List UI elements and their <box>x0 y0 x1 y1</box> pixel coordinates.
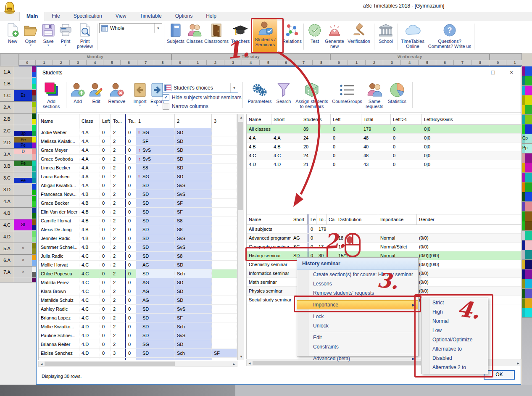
maximize-button[interactable]: □ <box>484 67 502 79</box>
submenu-item[interactable]: Strict <box>421 298 488 307</box>
menu-tab[interactable]: Specification <box>67 12 109 21</box>
student-row[interactable]: Julia Radic 4.C 0 2 0 SD S8 <box>39 252 237 261</box>
class-row[interactable]: 4.A <box>0 196 38 208</box>
verification-button[interactable]: Verification <box>346 22 371 52</box>
assign-students-button[interactable]: Assign studentsto seminars <box>294 81 330 109</box>
col-header-distribution[interactable]: Distribution <box>336 214 378 224</box>
col-header-to[interactable]: To... <box>111 114 125 128</box>
col-header-gender[interactable]: Gender <box>417 214 521 224</box>
col-header-students[interactable]: Students <box>301 114 331 124</box>
scroll-right-icon[interactable]: ► <box>516 362 520 365</box>
context-menu-item[interactable]: Create section(s) for course: History se… <box>297 270 418 279</box>
relations-button[interactable]: Relations <box>282 22 302 52</box>
same-requests-button[interactable]: Samerequests <box>364 81 385 109</box>
col-header-leftboysgirls[interactable]: LeftBoys/Girls <box>422 114 521 124</box>
view-select[interactable]: Whole ▼ <box>99 23 162 33</box>
class-row[interactable]: 4.D <box>0 231 38 243</box>
student-row[interactable]: Grace Svoboda 4.A 0 2 0 ↑SvS SD <box>39 155 237 164</box>
col-header-short[interactable]: Short <box>271 114 301 124</box>
generate-new-button[interactable]: Generate new <box>324 22 345 52</box>
scroll-down-icon[interactable]: ▼ <box>240 355 243 359</box>
student-row[interactable]: Matilda Perez 4.C 0 2 0 AG SD <box>39 278 237 287</box>
class-row[interactable]: 5.A × <box>0 243 38 255</box>
narrow-columns-checkbox[interactable]: Narrow columns <box>163 103 208 110</box>
student-row[interactable]: Summer Schnei... 4.B 0 2 0 SD SvS <box>39 243 237 252</box>
col-header-ca[interactable]: Ca... <box>327 214 336 224</box>
coursegroups-button[interactable]: CourseGroups <box>331 81 363 104</box>
student-row[interactable]: Camille Horvat 4.B 0 2 0 SD S8 <box>39 216 237 225</box>
class-row[interactable]: 3.C Pe <box>0 172 38 184</box>
col-header-left[interactable]: Left <box>331 114 361 124</box>
student-row[interactable]: Ashley Radic 4.C 0 2 0 SD SvS <box>39 305 237 314</box>
add-button[interactable]: Add <box>69 81 86 104</box>
submenu-item[interactable]: Normal <box>421 317 488 326</box>
student-row[interactable]: Melissa Kwiatk... 4.A 0 2 0 SF SD <box>39 137 237 146</box>
student-row[interactable]: Jodie Weber 4.A 0 2 0 !SG SD <box>39 128 237 137</box>
col-header-2[interactable]: 2 <box>175 114 212 128</box>
student-row[interactable]: Klara Brown 4.C 0 2 0 AG SD <box>39 287 237 296</box>
menu-tab[interactable]: Timetable <box>133 12 169 21</box>
minimize-button[interactable]: – <box>465 67 484 79</box>
context-menu-item[interactable]: Lock <box>297 312 418 321</box>
students-table-hscrollbar[interactable]: ◄ ► <box>38 361 237 367</box>
col-header-left[interactable]: Left <box>308 214 316 224</box>
col-header-name[interactable]: Name <box>39 114 79 128</box>
student-row[interactable]: Pauline Schnei... 4.D 0 2 0 SD SvS <box>39 331 237 340</box>
context-menu-item[interactable]: Advanced (beta) ▶ <box>297 354 418 363</box>
hide-subjects-checkbox[interactable]: ✓ Hide subjects without seminars <box>163 94 241 101</box>
open-button[interactable]: Open▾ <box>22 22 40 52</box>
class-row[interactable]: 2.B <box>0 114 38 125</box>
student-row[interactable]: Grace Meyer 4.A 0 2 0 ↑SvS SD <box>39 146 237 155</box>
col-header-left[interactable]: Left <box>100 114 111 128</box>
context-menu-item[interactable]: Constraints <box>297 342 418 351</box>
student-row[interactable]: Brianna Lopez 4.C 0 2 0 SD SF <box>39 314 237 322</box>
class-summary-row[interactable]: 4.D 4.D 21 0 43 0 0|0 <box>247 160 521 169</box>
menu-tab[interactable]: Help <box>199 12 223 21</box>
student-row[interactable]: Laura Karlsen 4.A 0 2 0 !SG SD <box>39 172 237 181</box>
student-row[interactable]: Alexis De Jong 4.B 0 2 0 SD S8 <box>39 225 237 234</box>
col-header-importance[interactable]: Importance <box>378 214 417 224</box>
save-button[interactable]: Save▾ <box>40 22 56 52</box>
submenu-item[interactable]: Alternative to <box>421 344 488 354</box>
student-row[interactable]: Jennifer Radic 4.B 0 2 0 SD SvS <box>39 234 237 243</box>
menu-tab[interactable]: File <box>45 12 66 21</box>
context-menu-item[interactable]: Importance ▶ <box>297 300 418 309</box>
edit-button[interactable]: Edit <box>88 81 105 104</box>
student-row[interactable]: Mollie Horvat 4.C 0 2 0 AG SD <box>39 261 237 269</box>
class-row[interactable]: 2.D Pe Pe <box>0 137 38 149</box>
class-summary-row[interactable]: 4.A 4.A 24 0 48 0 0|0 <box>247 134 521 143</box>
menu-tab[interactable]: Main <box>19 12 45 21</box>
ok-button[interactable]: OK <box>484 370 515 380</box>
statistics-button[interactable]: Statistics <box>385 81 409 104</box>
student-row[interactable]: Elin Van der Meer 4.B 0 2 0 SD SF <box>39 208 237 216</box>
view-mode-select[interactable]: Student's choices ▼ <box>163 83 238 93</box>
class-row[interactable]: 1.C Es <box>0 90 38 102</box>
classes-button[interactable]: Classes <box>185 22 204 52</box>
class-row[interactable]: 2.C Bp <box>0 125 38 137</box>
class-row[interactable]: 3.B Pe <box>0 161 38 172</box>
class-row[interactable]: 1.B <box>0 78 38 90</box>
parameters-button[interactable]: Parameters <box>246 81 274 104</box>
student-row[interactable]: Mathilde Schulz 4.C 0 2 0 AG SD <box>39 296 237 305</box>
submenu-item[interactable]: Low <box>421 326 488 335</box>
print-preview-button[interactable]: Print preview <box>74 22 96 52</box>
student-row[interactable]: Mollie Kwiatko... 4.D 0 2 0 SD Sch <box>39 322 237 331</box>
menu-tab[interactable]: Options <box>169 12 199 21</box>
scroll-left-icon[interactable]: ◄ <box>248 362 251 365</box>
class-row[interactable]: 4.B <box>0 208 38 219</box>
student-row[interactable]: Elizabeth Wagner 4.D 0 2 0 SD Sch <box>39 358 237 360</box>
context-menu-item[interactable]: Lessons <box>297 279 418 288</box>
students-seminars-button[interactable]: Students / Seminars <box>253 19 277 52</box>
class-summary-row[interactable]: 4.B 4.B 20 0 40 0 0|0 <box>247 143 521 151</box>
subject-row[interactable]: All subjects 0 179 <box>247 225 521 234</box>
class-row[interactable]: 1.A <box>0 66 38 78</box>
submenu-item[interactable]: Optional/Optimize <box>421 335 488 344</box>
class-row[interactable]: 3.D <box>0 184 38 196</box>
timetables-online-button[interactable]: TimeTables Online <box>400 22 425 52</box>
student-row[interactable]: Grace Becker 4.B 0 2 0 SD SF <box>39 199 237 208</box>
class-summary-row[interactable]: 4.C 4.C 24 0 48 0 0|0 <box>247 151 521 160</box>
scrollbar-thumb[interactable] <box>45 362 175 366</box>
class-row[interactable]: 4.C St <box>0 219 38 231</box>
classrooms-button[interactable]: Classrooms <box>204 22 229 52</box>
col-header-short[interactable]: Short <box>291 214 308 224</box>
